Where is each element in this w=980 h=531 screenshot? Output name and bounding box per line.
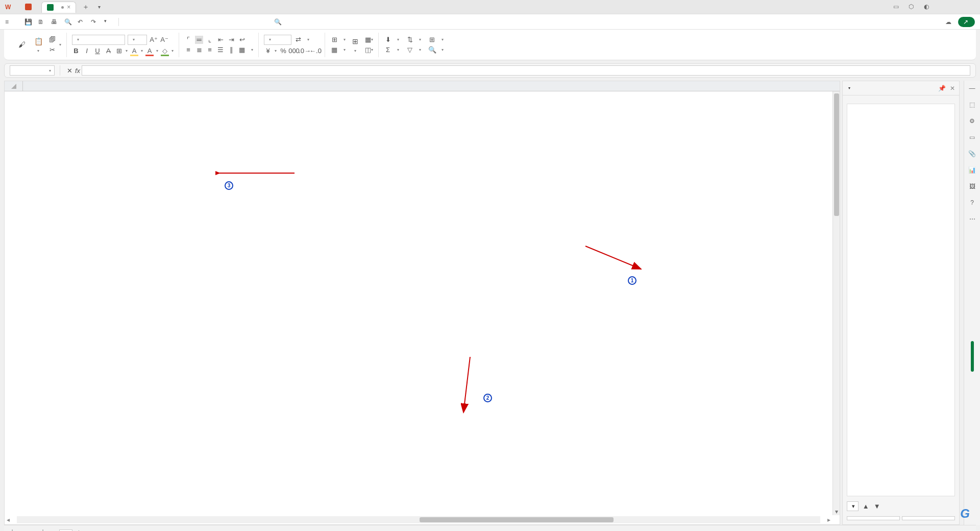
- clipboard-dropdown[interactable]: ▾: [59, 42, 61, 47]
- align-bottom-icon[interactable]: ⌞: [206, 36, 214, 44]
- hide-all-button[interactable]: [902, 516, 955, 520]
- bold-button[interactable]: B: [72, 47, 80, 55]
- more-menu-icon[interactable]: ⋯: [968, 214, 977, 224]
- redo-icon[interactable]: ↷: [91, 18, 99, 26]
- ribbon-search-icon[interactable]: 🔍: [274, 16, 282, 28]
- move-up-icon[interactable]: ▲: [862, 502, 870, 511]
- format-painter-button[interactable]: 🖌: [15, 39, 29, 51]
- copy-button[interactable]: 🗐: [48, 36, 56, 44]
- wrap-icon[interactable]: ↩: [238, 36, 246, 44]
- fill-color-button[interactable]: ◇: [161, 47, 169, 55]
- filter-icon[interactable]: ▽: [406, 46, 414, 54]
- hscroll-right-icon[interactable]: ▸: [825, 516, 832, 523]
- maximize-button[interactable]: [953, 4, 961, 11]
- find-icon[interactable]: 🔍: [428, 46, 436, 54]
- formula-input[interactable]: [82, 65, 970, 76]
- sheet-next-icon[interactable]: ▸: [28, 528, 37, 532]
- sheet-tab-sheet2[interactable]: [46, 529, 59, 532]
- vscroll-thumb[interactable]: [834, 93, 839, 216]
- style-icon[interactable]: ▭: [968, 133, 977, 142]
- scroll-down-icon[interactable]: ▾: [833, 508, 840, 515]
- settings-icon[interactable]: ⚙: [968, 116, 977, 126]
- comma-icon[interactable]: 000: [290, 47, 298, 55]
- share-button[interactable]: ↗: [958, 17, 975, 27]
- underline-button[interactable]: U: [93, 47, 102, 55]
- indent-dec-icon[interactable]: ⇤: [216, 36, 225, 44]
- show-all-button[interactable]: [847, 516, 900, 520]
- attach-icon[interactable]: 📎: [968, 149, 977, 158]
- fx-enter-icon[interactable]: fx: [74, 66, 82, 75]
- close-pane-icon[interactable]: ✕: [950, 85, 955, 92]
- indent-inc-icon[interactable]: ⇥: [227, 36, 235, 44]
- tab-menu-dropdown[interactable]: ▾: [93, 2, 105, 13]
- add-sheet-button[interactable]: ＋: [76, 527, 82, 532]
- save-icon[interactable]: 💾: [24, 18, 33, 26]
- cond-format-button[interactable]: ⊞▾: [349, 36, 362, 54]
- fill-icon[interactable]: ⬇: [384, 36, 392, 44]
- close-window-button[interactable]: [968, 4, 975, 11]
- select-all-corner[interactable]: [5, 81, 23, 91]
- print-icon[interactable]: 🖶: [51, 18, 59, 26]
- freeze-icon[interactable]: ⊞: [428, 36, 436, 44]
- spreadsheet-grid[interactable]: 3 1 2 ▴ ▾ ◂ ▸: [4, 81, 840, 525]
- change-indicator[interactable]: ☁: [945, 18, 953, 26]
- hscroll-left-icon[interactable]: ◂: [5, 516, 12, 523]
- sheet-prev-icon[interactable]: ◂: [18, 528, 28, 532]
- vertical-scrollbar[interactable]: ▴ ▾: [832, 91, 840, 515]
- font-name-select[interactable]: ▾: [72, 35, 125, 45]
- sheet-first-icon[interactable]: |◂: [9, 528, 18, 532]
- move-down-icon[interactable]: ▼: [873, 502, 881, 511]
- dec-decimal-icon[interactable]: ←.0: [311, 47, 320, 55]
- align-middle-icon[interactable]: ═: [195, 36, 203, 44]
- order-select[interactable]: ▾: [847, 501, 859, 511]
- sort-icon[interactable]: ⇅: [406, 36, 414, 44]
- grow-font-icon[interactable]: A⁺: [150, 36, 158, 44]
- cells-area[interactable]: [5, 91, 840, 524]
- cut-button[interactable]: ✂: [48, 46, 56, 54]
- number-format-select[interactable]: ▾: [264, 35, 291, 45]
- name-box[interactable]: ▾: [10, 65, 55, 76]
- shrink-font-icon[interactable]: A⁻: [160, 36, 168, 44]
- strike-button[interactable]: A̶: [104, 47, 112, 55]
- worksheet-icon[interactable]: ▦: [330, 46, 338, 54]
- qat-dropdown-icon[interactable]: ▾: [104, 18, 112, 26]
- align-center-icon[interactable]: ≣: [195, 46, 203, 54]
- tab-workbook[interactable]: ×: [41, 2, 76, 13]
- assist-icon[interactable]: ▭: [893, 3, 901, 11]
- percent-icon[interactable]: %: [279, 47, 287, 55]
- font-size-select[interactable]: ▾: [128, 35, 147, 45]
- preview-icon[interactable]: 🔍: [64, 18, 72, 26]
- orientation-icon[interactable]: ∥: [227, 46, 235, 54]
- currency-icon[interactable]: ¥: [264, 47, 272, 55]
- pane-body[interactable]: [847, 104, 955, 496]
- hamburger-icon[interactable]: ≡: [5, 18, 13, 26]
- fx-cancel-icon[interactable]: ✕: [65, 66, 74, 75]
- chart-icon[interactable]: 📊: [968, 165, 977, 175]
- italic-button[interactable]: I: [83, 47, 91, 55]
- hscroll-thumb[interactable]: [420, 517, 614, 522]
- help-icon[interactable]: ?: [968, 198, 977, 207]
- collapse-rail-icon[interactable]: —: [968, 84, 977, 93]
- align-justify-icon[interactable]: ☰: [216, 46, 225, 54]
- image-icon[interactable]: 🖼: [968, 182, 977, 191]
- highlight-button[interactable]: A: [130, 47, 138, 55]
- paste-button[interactable]: 📋▾: [32, 36, 45, 54]
- pin-icon[interactable]: 📌: [938, 85, 946, 92]
- select-tool-icon[interactable]: ⬚: [968, 100, 977, 109]
- undo-icon[interactable]: ↶: [78, 18, 86, 26]
- merge-icon[interactable]: ▦: [238, 46, 246, 54]
- horizontal-scrollbar[interactable]: [17, 516, 820, 523]
- export-icon[interactable]: 🗎: [38, 18, 46, 26]
- add-tab-button[interactable]: ＋: [80, 2, 91, 13]
- align-left-icon[interactable]: ≡: [184, 46, 192, 54]
- align-right-icon[interactable]: ≡: [206, 46, 214, 54]
- tab-close-icon[interactable]: ×: [67, 4, 70, 11]
- tab-template[interactable]: [20, 2, 39, 13]
- minimize-button[interactable]: [939, 4, 946, 11]
- cube-icon[interactable]: ⬡: [909, 3, 917, 11]
- account-icon[interactable]: ◐: [924, 3, 932, 11]
- sum-icon[interactable]: Σ: [384, 46, 392, 54]
- cellstyle-icon[interactable]: ◫▾: [365, 46, 373, 54]
- pane-title-dropdown[interactable]: ▾: [848, 86, 850, 90]
- font-color-button[interactable]: A: [145, 47, 154, 55]
